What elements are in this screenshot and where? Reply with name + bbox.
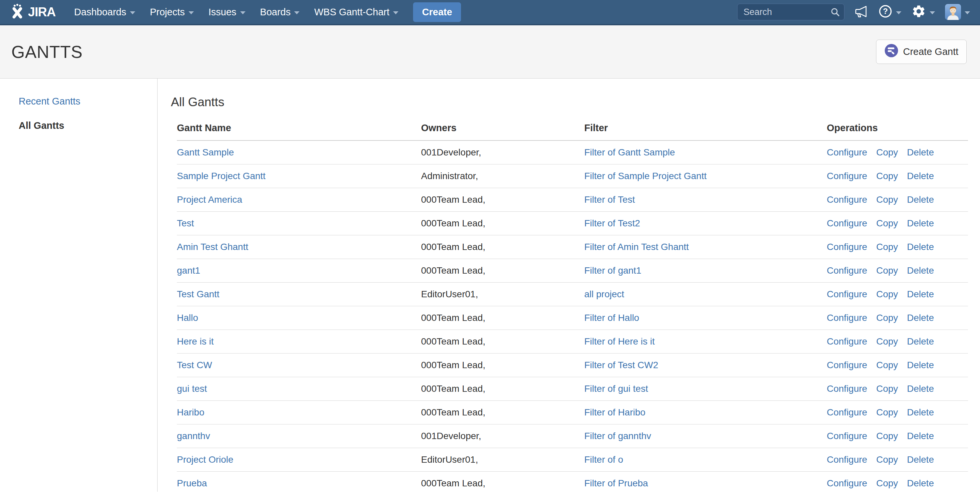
filter-link[interactable]: Filter of Test [584, 194, 635, 205]
gantt-name-link[interactable]: Here is it [177, 336, 213, 346]
copy-link[interactable]: Copy [876, 289, 898, 299]
configure-link[interactable]: Configure [827, 407, 867, 417]
filter-link[interactable]: Filter of o [584, 454, 623, 465]
gantt-name-link[interactable]: Project America [177, 194, 242, 205]
gantt-name-link[interactable]: Hallo [177, 313, 198, 323]
gantt-name-link[interactable]: Test CW [177, 360, 212, 370]
gantt-name-link[interactable]: Amin Test Ghantt [177, 242, 248, 252]
gantt-name-link[interactable]: Project Oriole [177, 454, 234, 465]
copy-link[interactable]: Copy [876, 431, 898, 441]
delete-link[interactable]: Delete [907, 384, 934, 394]
delete-link[interactable]: Delete [907, 478, 934, 488]
configure-link[interactable]: Configure [827, 454, 867, 465]
gantt-name-link[interactable]: Gantt Sample [177, 147, 234, 157]
filter-link[interactable]: Filter of Amin Test Ghantt [584, 242, 689, 252]
menu-dashboards[interactable]: Dashboards [67, 0, 143, 24]
gantt-name-link[interactable]: Sample Project Gantt [177, 171, 266, 181]
copy-link[interactable]: Copy [876, 478, 898, 488]
configure-link[interactable]: Configure [827, 265, 867, 276]
delete-link[interactable]: Delete [907, 171, 934, 181]
gantt-name-link[interactable]: Prueba [177, 478, 207, 488]
configure-link[interactable]: Configure [827, 478, 867, 488]
filter-link[interactable]: Filter of Test CW2 [584, 360, 658, 370]
filter-link[interactable]: Filter of Test2 [584, 218, 640, 229]
gantt-name-link[interactable]: Haribo [177, 407, 204, 417]
menu-projects[interactable]: Projects [143, 0, 201, 24]
configure-link[interactable]: Configure [827, 171, 867, 181]
configure-link[interactable]: Configure [827, 384, 867, 394]
configure-link[interactable]: Configure [827, 336, 867, 346]
delete-link[interactable]: Delete [907, 454, 934, 465]
menu-issues[interactable]: Issues [201, 0, 253, 24]
table-row: Hallo000Team Lead,Filter of HalloConfigu… [177, 306, 968, 330]
configure-link[interactable]: Configure [827, 194, 867, 205]
menu-label: Projects [150, 7, 185, 17]
delete-link[interactable]: Delete [907, 218, 934, 229]
navbar-left: JIRA DashboardsProjectsIssuesBoardsWBS G… [10, 0, 461, 24]
settings-menu[interactable] [912, 4, 935, 20]
configure-link[interactable]: Configure [827, 242, 867, 252]
delete-link[interactable]: Delete [907, 313, 934, 323]
gantt-name-link[interactable]: gannthv [177, 431, 210, 441]
menu-boards[interactable]: Boards [253, 0, 307, 24]
search-input[interactable] [737, 4, 845, 20]
copy-link[interactable]: Copy [876, 336, 898, 346]
gantt-name-link[interactable]: Test [177, 218, 194, 229]
create-button[interactable]: Create [413, 2, 461, 22]
configure-link[interactable]: Configure [827, 218, 867, 229]
delete-link[interactable]: Delete [907, 431, 934, 441]
search-icon[interactable] [830, 7, 840, 18]
filter-link[interactable]: all project [584, 289, 624, 299]
delete-link[interactable]: Delete [907, 194, 934, 205]
configure-link[interactable]: Configure [827, 360, 867, 370]
delete-link[interactable]: Delete [907, 360, 934, 370]
delete-link[interactable]: Delete [907, 336, 934, 346]
gantt-name-link[interactable]: Test Gantt [177, 289, 220, 299]
table-row: Amin Test Ghantt000Team Lead,Filter of A… [177, 235, 968, 259]
configure-link[interactable]: Configure [827, 289, 867, 299]
delete-link[interactable]: Delete [907, 242, 934, 252]
copy-link[interactable]: Copy [876, 454, 898, 465]
copy-link[interactable]: Copy [876, 265, 898, 276]
delete-link[interactable]: Delete [907, 147, 934, 157]
copy-link[interactable]: Copy [876, 171, 898, 181]
owner-cell: 000Team Lead, [421, 211, 584, 235]
copy-link[interactable]: Copy [876, 360, 898, 370]
svg-text:?: ? [883, 7, 888, 16]
copy-link[interactable]: Copy [876, 194, 898, 205]
copy-link[interactable]: Copy [876, 384, 898, 394]
configure-link[interactable]: Configure [827, 431, 867, 441]
menu-wbs-gantt-chart[interactable]: WBS Gantt-Chart [307, 0, 406, 24]
operations-cell: ConfigureCopyDelete [827, 235, 968, 259]
filter-link[interactable]: Filter of Here is it [584, 336, 655, 346]
search-box [737, 4, 845, 20]
filter-link[interactable]: Filter of gannthv [584, 431, 651, 441]
sidebar: Recent Gantts All Gantts [0, 79, 158, 492]
delete-link[interactable]: Delete [907, 265, 934, 276]
filter-link[interactable]: Filter of Hallo [584, 313, 639, 323]
profile-menu[interactable] [945, 4, 970, 20]
jira-logo[interactable]: JIRA [10, 4, 56, 20]
gantt-name-link[interactable]: gui test [177, 384, 207, 394]
filter-link[interactable]: Filter of Gantt Sample [584, 147, 675, 157]
help-menu[interactable]: ? [878, 4, 901, 20]
copy-link[interactable]: Copy [876, 407, 898, 417]
copy-link[interactable]: Copy [876, 218, 898, 229]
sidebar-item-recent-gantts[interactable]: Recent Gantts [19, 96, 157, 107]
delete-link[interactable]: Delete [907, 407, 934, 417]
announcements-megaphone-icon[interactable] [854, 5, 869, 19]
filter-link[interactable]: Filter of Prueba [584, 478, 648, 488]
configure-link[interactable]: Configure [827, 313, 867, 323]
copy-link[interactable]: Copy [876, 313, 898, 323]
filter-link[interactable]: Filter of Haribo [584, 407, 646, 417]
filter-link[interactable]: Filter of gui test [584, 384, 648, 394]
gantt-name-link[interactable]: gant1 [177, 265, 200, 276]
copy-link[interactable]: Copy [876, 242, 898, 252]
delete-link[interactable]: Delete [907, 289, 934, 299]
filter-link[interactable]: Filter of gant1 [584, 265, 641, 276]
create-gantt-button[interactable]: Create Gantt [876, 40, 967, 64]
configure-link[interactable]: Configure [827, 147, 867, 157]
filter-link[interactable]: Filter of Sample Project Gantt [584, 171, 706, 181]
copy-link[interactable]: Copy [876, 147, 898, 157]
sidebar-item-all-gantts[interactable]: All Gantts [19, 120, 157, 131]
